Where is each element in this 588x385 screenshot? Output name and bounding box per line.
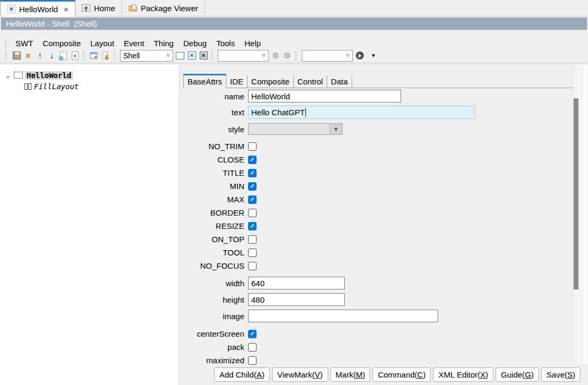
checkbox-no-focus[interactable]: ✓ xyxy=(248,262,257,270)
tree-expand-icon[interactable]: ⌄ xyxy=(4,71,12,79)
text-field[interactable]: Hello ChatGPT xyxy=(248,106,475,119)
move-down-button[interactable]: ↓ xyxy=(46,50,57,62)
view-designer-button[interactable] xyxy=(88,50,100,62)
toolbar-grip-handle[interactable] xyxy=(114,51,116,60)
button-text: Command( xyxy=(378,370,417,379)
tree-node-helloworld[interactable]: ⌄ HelloWorld xyxy=(0,70,179,81)
command-button[interactable]: Command(C) xyxy=(372,367,431,382)
toolbar-grip-handle[interactable] xyxy=(295,51,297,60)
checkbox-tool[interactable]: ✓ xyxy=(248,249,257,257)
mark-button[interactable]: Mark(M) xyxy=(330,367,371,382)
guide-button[interactable]: Guide(G) xyxy=(496,367,539,382)
tab-close-icon[interactable]: × xyxy=(64,5,69,14)
style-combobox[interactable]: ▼ xyxy=(248,123,343,135)
text-row: text Hello ChatGPT xyxy=(180,106,575,119)
home-icon xyxy=(82,4,90,12)
menu-event[interactable]: Event xyxy=(119,38,149,49)
vertical-scrollbar-thumb[interactable] xyxy=(574,98,578,289)
tab-data[interactable]: Data xyxy=(327,75,352,88)
on-top-row: ON_TOP ✓ xyxy=(180,233,575,246)
resize-label: RESIZE xyxy=(180,221,244,230)
xml-source-button[interactable]: x xyxy=(69,50,81,62)
xml-unmark-icon: ✕ xyxy=(200,52,208,59)
checkbox-resize[interactable]: ✓ xyxy=(248,222,257,230)
mark-xml-button[interactable]: ✕ xyxy=(186,50,198,62)
width-field[interactable] xyxy=(248,277,345,289)
checkbox-center-screen[interactable]: ✓ xyxy=(248,330,257,338)
save-button[interactable] xyxy=(11,50,22,62)
button-text: Add Child( xyxy=(219,370,257,379)
widget-type-combobox[interactable]: Shell ˅ xyxy=(120,50,173,62)
checkbox-pack[interactable]: ✓ xyxy=(248,343,257,352)
combo-arrow-button[interactable]: ▼ xyxy=(329,124,342,134)
menu-swt[interactable]: SWT xyxy=(11,38,38,49)
toolbar-grip-handle[interactable] xyxy=(211,51,214,60)
move-up-button[interactable]: ↑ xyxy=(34,50,46,62)
menu-composite[interactable]: Composite xyxy=(38,38,86,49)
button-mnemonic: V xyxy=(315,370,320,379)
run-button[interactable] xyxy=(354,50,365,62)
style-row: style ▼ xyxy=(180,123,575,135)
xml-mark-icon: ✕ xyxy=(188,52,196,59)
menu-debug[interactable]: Debug xyxy=(178,38,211,49)
checkbox-border[interactable]: ✓ xyxy=(248,209,257,217)
checkbox-title[interactable]: ✓ xyxy=(248,169,257,177)
menu-thing[interactable]: Thing xyxy=(149,38,178,49)
tab-composite[interactable]: Composite xyxy=(248,75,294,88)
preview-button[interactable] xyxy=(57,50,69,62)
tree-node-label[interactable]: FillLayout xyxy=(34,82,79,91)
check-icon: ✓ xyxy=(250,196,254,203)
tab-control[interactable]: Control xyxy=(294,75,327,88)
toolbar-grip-handle[interactable] xyxy=(83,51,85,60)
checkbox-maximized[interactable]: ✓ xyxy=(248,356,257,365)
checkbox-on-top[interactable]: ✓ xyxy=(248,235,257,244)
unmark-xml-button[interactable]: ✕ xyxy=(198,50,209,62)
height-label: height xyxy=(180,295,244,304)
tab-home[interactable]: Home xyxy=(75,0,122,16)
tree-node-label[interactable]: HelloWorld xyxy=(25,71,73,80)
checkbox-min[interactable]: ✓ xyxy=(248,182,257,191)
height-field[interactable] xyxy=(248,293,345,306)
xml-file-icon: x xyxy=(72,52,79,60)
delete-button[interactable]: ✕ xyxy=(22,50,34,62)
xml-editor-button[interactable]: XML Editor(X) xyxy=(433,367,493,382)
tab-helloworld[interactable]: ✕ HelloWorld × xyxy=(0,0,75,16)
name-field[interactable] xyxy=(248,90,401,102)
checkbox-max[interactable]: ✓ xyxy=(248,195,257,204)
check-icon: ✓ xyxy=(250,330,254,337)
menu-tools[interactable]: Tools xyxy=(211,38,240,49)
button-text: ) xyxy=(573,370,575,379)
remove-component-button[interactable]: ⚙ xyxy=(282,50,293,62)
tree-node-filllayout[interactable]: FillLayout xyxy=(0,81,179,92)
toolbar-grip-handle[interactable] xyxy=(5,51,7,60)
image-field[interactable] xyxy=(248,310,438,322)
menu-help[interactable]: Help xyxy=(240,38,266,49)
run-dropdown-button[interactable]: ▼ xyxy=(368,50,379,62)
viewmark-button[interactable]: ViewMark(V) xyxy=(272,367,328,382)
tab-baseattrs[interactable]: BaseAttrs xyxy=(183,74,226,88)
menu-grip-handle[interactable] xyxy=(5,39,7,48)
tab-package-viewer[interactable]: Package Viewer xyxy=(122,0,205,16)
tab-ide[interactable]: IDE xyxy=(226,75,248,88)
permissions-button[interactable] xyxy=(100,50,112,62)
button-mnemonic: G xyxy=(525,370,531,379)
image-label: image xyxy=(180,312,244,321)
add-child-button[interactable]: Add Child(A) xyxy=(214,367,270,382)
checkbox-no-trim[interactable]: ✓ xyxy=(248,142,257,151)
menu-layout[interactable]: Layout xyxy=(86,38,119,49)
resize-row: RESIZE ✓ xyxy=(180,219,575,233)
save-form-button[interactable]: Save(S) xyxy=(541,367,581,382)
event-combobox[interactable]: ˅ xyxy=(218,50,269,62)
checkbox-close[interactable]: ✓ xyxy=(248,156,257,164)
add-component-button[interactable]: ⚙ xyxy=(270,50,282,62)
tab-label: HelloWorld xyxy=(19,5,58,14)
new-view-button[interactable] xyxy=(174,50,186,62)
button-text: ) xyxy=(262,370,265,379)
image-row: image xyxy=(180,310,575,322)
button-text: ) xyxy=(485,370,488,379)
preview-lens-icon xyxy=(59,56,63,61)
button-text: Save( xyxy=(547,370,567,379)
button-mnemonic: M xyxy=(356,370,363,379)
search-combobox[interactable]: ˅ xyxy=(302,50,353,62)
layout-cell-icon xyxy=(24,83,28,90)
